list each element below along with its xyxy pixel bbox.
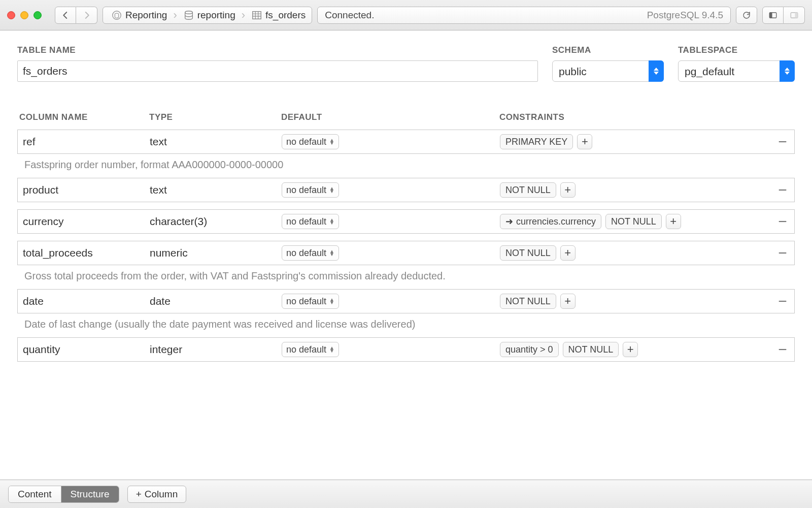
column-type-cell[interactable]: character(3)	[150, 210, 282, 233]
nav-buttons	[55, 7, 97, 24]
breadcrumb-schema-label: reporting	[197, 10, 235, 21]
schema-field: SCHEMA public	[552, 45, 664, 82]
left-panel-button[interactable]	[762, 7, 784, 24]
window-controls	[7, 11, 42, 19]
titlebar: Reporting › reporting › fs_orders Connec…	[0, 0, 812, 30]
column-row: currencycharacter(3)no default▲▼➜ curren…	[17, 209, 795, 234]
status-bar: Connected. PostgreSQL 9.4.5	[317, 7, 731, 24]
tablespace-select[interactable]: pg_default	[678, 60, 795, 82]
remove-column-button[interactable]: −	[771, 133, 794, 150]
default-select[interactable]: no default▲▼	[282, 134, 339, 149]
add-constraint-button[interactable]: +	[623, 342, 638, 357]
column-row: quantityintegerno default▲▼quantity > 0N…	[17, 337, 795, 362]
forward-button[interactable]	[76, 7, 97, 24]
column-constraints-cell: NOT NULL+	[500, 241, 771, 265]
column-constraints-cell: PRIMARY KEY+	[500, 130, 771, 153]
column-default-cell: no default▲▼	[282, 241, 500, 265]
status-text: Connected.	[325, 10, 374, 21]
add-constraint-button[interactable]: +	[560, 294, 576, 309]
remove-column-button[interactable]: −	[771, 181, 794, 199]
table-header-form: TABLE NAME SCHEMA public TABLESPACE pg_d…	[17, 45, 795, 82]
table-editor: TABLE NAME SCHEMA public TABLESPACE pg_d…	[0, 30, 812, 480]
constraint-badge[interactable]: PRIMARY KEY	[500, 134, 573, 149]
svg-point-1	[185, 11, 192, 14]
schema-label: SCHEMA	[552, 45, 664, 55]
tablespace-field: TABLESPACE pg_default	[678, 45, 795, 82]
column-actions-cell: −	[771, 290, 794, 313]
constraint-badge[interactable]: NOT NULL	[500, 294, 556, 309]
add-constraint-button[interactable]: +	[666, 214, 681, 229]
close-window-button[interactable]	[7, 11, 15, 19]
reload-button[interactable]	[736, 7, 757, 24]
constraint-badge[interactable]: NOT NULL	[500, 245, 556, 261]
column-name-cell[interactable]: quantity	[18, 338, 150, 361]
column-name-cell[interactable]: date	[18, 290, 150, 313]
plus-icon: +	[136, 489, 142, 500]
default-select[interactable]: no default▲▼	[282, 214, 339, 229]
column-row: total_proceedsnumericno default▲▼NOT NUL…	[17, 241, 795, 265]
tab-content[interactable]: Content	[9, 486, 61, 502]
column-constraints-cell: NOT NULL+	[500, 178, 771, 202]
breadcrumb-separator-icon: ›	[173, 9, 177, 22]
column-name-cell[interactable]: total_proceeds	[18, 241, 150, 265]
breadcrumb-schema[interactable]: reporting	[180, 10, 239, 21]
column-default-cell: no default▲▼	[282, 290, 500, 313]
right-panel-button[interactable]	[784, 7, 805, 24]
svg-rect-2	[253, 11, 261, 19]
remove-column-button[interactable]: −	[771, 341, 794, 358]
breadcrumb: Reporting › reporting › fs_orders	[103, 7, 312, 24]
add-column-button[interactable]: + Column	[127, 486, 187, 503]
fk-arrow-icon: ➜	[505, 216, 513, 227]
column-default-cell: no default▲▼	[282, 210, 500, 233]
default-select[interactable]: no default▲▼	[282, 342, 339, 357]
remove-column-button[interactable]: −	[771, 293, 794, 310]
column-type-cell[interactable]: numeric	[150, 241, 282, 265]
add-column-label: Column	[145, 489, 178, 500]
default-select[interactable]: no default▲▼	[282, 245, 339, 261]
column-constraints-cell: quantity > 0NOT NULL+	[500, 338, 771, 361]
column-row: producttextno default▲▼NOT NULL+−	[17, 178, 795, 202]
constraint-badge[interactable]: quantity > 0	[500, 342, 559, 357]
add-constraint-button[interactable]: +	[560, 182, 576, 198]
chevron-right-icon	[82, 11, 91, 20]
svg-rect-6	[795, 12, 797, 18]
right-panel-icon	[790, 11, 799, 20]
database-icon	[183, 10, 194, 21]
header-actions	[771, 112, 795, 122]
header-column-name: COLUMN NAME	[17, 112, 149, 122]
default-select[interactable]: no default▲▼	[282, 294, 339, 309]
column-actions-cell: −	[771, 338, 794, 361]
remove-column-button[interactable]: −	[771, 213, 794, 230]
column-name-cell[interactable]: product	[18, 178, 150, 202]
tab-structure[interactable]: Structure	[61, 486, 119, 502]
constraint-badge[interactable]: ➜ currencies.currency	[500, 214, 601, 229]
column-type-cell[interactable]: text	[150, 130, 282, 153]
add-constraint-button[interactable]: +	[560, 245, 576, 261]
header-type: TYPE	[149, 112, 281, 122]
svg-rect-4	[769, 12, 772, 18]
constraint-badge[interactable]: NOT NULL	[563, 342, 619, 357]
breadcrumb-table[interactable]: fs_orders	[248, 10, 309, 21]
default-select[interactable]: no default▲▼	[282, 182, 339, 198]
schema-select[interactable]: public	[552, 60, 664, 82]
constraint-badge[interactable]: NOT NULL	[500, 182, 556, 198]
column-row: reftextno default▲▼PRIMARY KEY+−	[17, 130, 795, 154]
chevron-left-icon	[61, 11, 70, 20]
left-panel-icon	[768, 11, 777, 20]
add-constraint-button[interactable]: +	[577, 134, 592, 149]
constraint-badge[interactable]: NOT NULL	[605, 214, 662, 229]
column-type-cell[interactable]: integer	[150, 338, 282, 361]
table-name-input[interactable]	[17, 60, 538, 82]
breadcrumb-database[interactable]: Reporting	[108, 10, 170, 21]
fullscreen-window-button[interactable]	[33, 11, 42, 19]
column-comment: Fastspring order number, format AAA00000…	[17, 154, 795, 171]
header-constraints: CONSTRAINTS	[499, 112, 771, 122]
remove-column-button[interactable]: −	[771, 244, 794, 262]
column-name-cell[interactable]: ref	[18, 130, 150, 153]
column-type-cell[interactable]: text	[150, 178, 282, 202]
back-button[interactable]	[55, 7, 76, 24]
column-name-cell[interactable]: currency	[18, 210, 150, 233]
column-default-cell: no default▲▼	[282, 178, 500, 202]
column-type-cell[interactable]: date	[150, 290, 282, 313]
minimize-window-button[interactable]	[20, 11, 28, 19]
